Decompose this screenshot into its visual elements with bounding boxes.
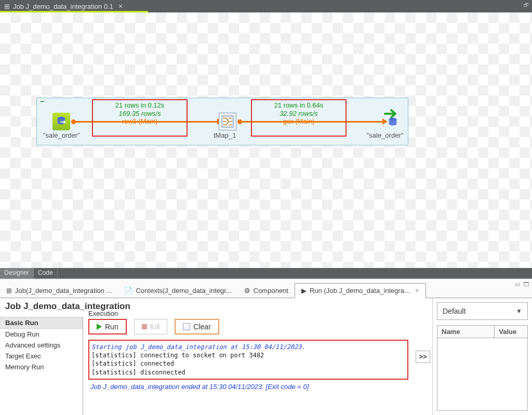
chevron-down-icon: ▼	[516, 307, 522, 315]
run-mode-nav: Basic Run Debug Run Advanced settings Ta…	[0, 317, 83, 415]
run-button[interactable]: Run	[88, 319, 127, 334]
link2-stats: 21 rows in 0.64s 32.92 rows/s gsx (Main)	[251, 101, 347, 125]
clear-button-label: Clear	[193, 323, 210, 331]
context-dropdown[interactable]: Default ▼	[437, 302, 528, 320]
console-line: [statistics] disconnected	[91, 368, 405, 377]
tab-job-label: Job(J_demo_data_integration ...	[15, 287, 112, 294]
nav-basic-run[interactable]: Basic Run	[0, 317, 83, 329]
console-line: [statistics] connecting to socket on por…	[91, 351, 405, 359]
link2-name: gsx (Main)	[251, 117, 347, 125]
nav-target-exec[interactable]: Target Exec	[0, 351, 83, 362]
link1-stats: 21 rows in 0.12s 169.35 rows/s row1 (Mai…	[92, 101, 188, 125]
execution-label: Execution	[88, 310, 408, 317]
tab-code[interactable]: Code	[34, 268, 58, 278]
design-canvas[interactable]: − "sale_order" 21 rows in 0.12s 169.35 r…	[0, 12, 532, 268]
clear-icon	[183, 323, 190, 330]
console-line: [statistics] connected	[91, 359, 405, 368]
nav-debug-run[interactable]: Debug Run	[0, 329, 83, 340]
console-line: Job J_demo_data_integration ended at 15:…	[88, 383, 408, 391]
close-icon[interactable]: ×	[415, 287, 419, 294]
column-name[interactable]: Name	[437, 326, 495, 338]
database-icon	[387, 117, 398, 128]
tmap-icon	[221, 115, 234, 128]
database-icon	[56, 116, 67, 127]
kill-button[interactable]: Kill	[134, 319, 168, 334]
tab-component-label: Component	[254, 287, 288, 294]
link1-name: row1 (Main)	[92, 117, 188, 125]
tab-job[interactable]: ⊞ Job(J_demo_data_integration ...	[0, 284, 118, 298]
link2-rate: 32.92 rows/s	[251, 110, 347, 117]
link1-rate: 169.35 rows/s	[92, 110, 188, 117]
panel-size-controls: ▭ 🗖	[515, 281, 529, 288]
chevron-double-right-icon: >>	[419, 353, 427, 360]
console-output[interactable]: Starting job J_demo_data_integration at …	[88, 340, 408, 380]
run-buttons: Run Kill Clear	[88, 319, 408, 334]
nav-advanced-settings[interactable]: Advanced settings	[0, 340, 83, 351]
run-button-label: Run	[105, 323, 118, 331]
execution-panel: Execution Run Kill Clear Starting job J_…	[83, 306, 414, 415]
kill-button-label: Kill	[150, 323, 160, 331]
close-icon[interactable]: ×	[118, 2, 123, 10]
tab-run[interactable]: ▶ Run (Job J_demo_data_integra... ×	[295, 283, 426, 298]
panel-tab-bar: ⊞ Job(J_demo_data_integration ... 📄 Cont…	[0, 278, 532, 298]
tab-run-label: Run (Job J_demo_data_integra...	[310, 287, 410, 294]
editor-tab-bar: ⊞ Job J_demo_data_integration 0.1 × 🗗	[0, 0, 532, 12]
link2-rows: 21 rows in 0.64s	[251, 101, 347, 110]
component-db-output[interactable]	[385, 115, 401, 130]
tree-icon: ⊞	[6, 287, 12, 294]
tab-component[interactable]: ⚙ Component	[238, 284, 295, 298]
component-label: "sale_order"	[359, 131, 411, 139]
subjob-container[interactable]: − "sale_order" 21 rows in 0.12s 169.35 r…	[36, 98, 408, 145]
context-dropdown-value: Default	[443, 307, 466, 315]
expand-button[interactable]: >>	[416, 351, 430, 363]
component-label: "sale_order"	[43, 131, 80, 139]
tab-contexts-label: Contexts(J_demo_data_integr...	[136, 287, 231, 294]
component-tmap[interactable]	[219, 113, 236, 130]
tab-designer[interactable]: Designer	[0, 268, 34, 278]
run-panel: Job J_demo_data_integration Basic Run De…	[0, 298, 532, 415]
nav-memory-run[interactable]: Memory Run	[0, 362, 83, 372]
context-panel: Default ▼ Name Value	[432, 298, 532, 415]
link1-rows: 21 rows in 0.12s	[92, 101, 188, 110]
clear-button[interactable]: Clear	[175, 319, 219, 334]
tab-contexts[interactable]: 📄 Contexts(J_demo_data_integr...	[118, 284, 237, 298]
view-tabs: Designer Code	[0, 268, 532, 278]
tree-icon: ⊞	[4, 3, 10, 10]
play-icon: ▶	[301, 287, 307, 294]
minimize-icon[interactable]: ▭	[515, 281, 520, 288]
document-icon: 📄	[124, 287, 132, 294]
gear-icon: ⚙	[244, 287, 250, 294]
stop-icon	[142, 324, 147, 329]
maximize-icon[interactable]: 🗖	[523, 281, 529, 288]
component-label: tMap_1	[214, 131, 236, 139]
context-grid-header: Name Value	[437, 325, 528, 338]
collapse-toggle-icon[interactable]: −	[40, 97, 44, 105]
restore-icon[interactable]: 🗗	[524, 2, 529, 8]
editor-tab-title[interactable]: Job J_demo_data_integration 0.1	[13, 3, 113, 10]
console-line: Starting job J_demo_data_integration at …	[91, 343, 405, 351]
column-value[interactable]: Value	[495, 326, 527, 338]
component-db-input[interactable]	[52, 113, 70, 130]
play-icon	[97, 324, 102, 330]
job-title: Job J_demo_data_integration	[5, 301, 130, 312]
context-grid-body[interactable]	[437, 338, 528, 411]
